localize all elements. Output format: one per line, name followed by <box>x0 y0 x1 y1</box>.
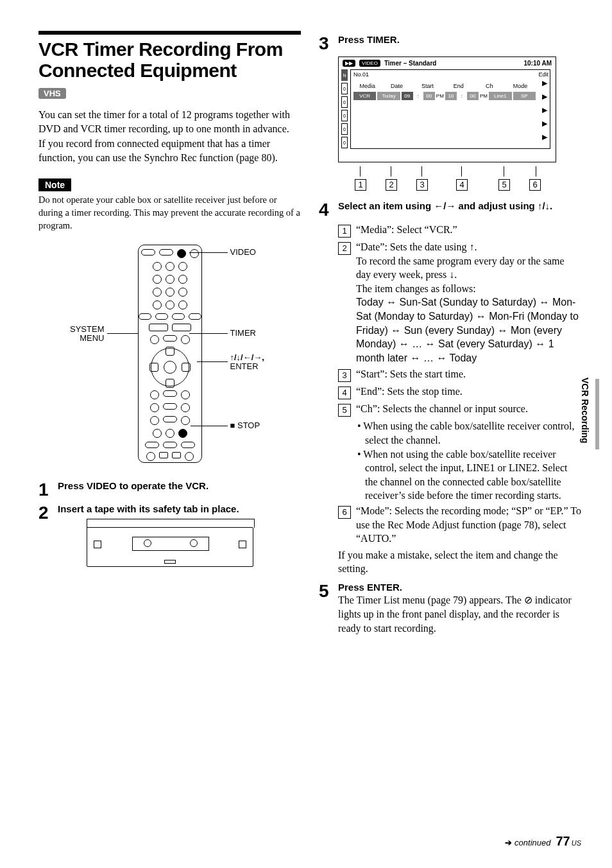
callout-6: 6 <box>529 179 541 191</box>
def-5-num: 5 <box>338 404 351 417</box>
intro-p2: If you record from connected equipment t… <box>38 137 301 164</box>
step-1-num: 1 <box>38 480 58 500</box>
osd-mode: SP <box>513 92 536 100</box>
note-text: Do not operate your cable box or satelli… <box>38 194 301 232</box>
step-5-num: 5 <box>319 581 338 636</box>
note-label: Note <box>38 178 71 191</box>
remote-diagram: VIDEO SYSTEM MENU TIMER ↑/↓/←/→, ENTER ■… <box>61 238 279 476</box>
callout-5: 5 <box>498 179 510 191</box>
side-tab: VCR Recording <box>580 378 590 444</box>
osd-media: VCR <box>353 92 376 100</box>
step-4-num: 4 <box>319 200 338 220</box>
osd-tri-icon: ▶ <box>542 79 547 87</box>
osd-sm: 00 <box>423 92 435 100</box>
def-5-b1: • When using the cable box/satellite rec… <box>357 419 581 447</box>
osd-em: 00 <box>467 92 479 100</box>
vhs-badge: VHS <box>38 88 66 99</box>
osd-screenshot: ▶▶ VIDEO Timer – Standard 10:10 AM N00 0… <box>338 56 556 162</box>
label-menu: MENU <box>70 333 105 343</box>
osd-sap: PM <box>436 92 444 100</box>
step-1: Press VIDEO to operate the VCR. <box>58 480 301 492</box>
osd-h-media: Media <box>353 83 381 89</box>
label-stop: ■ STOP <box>230 421 260 430</box>
osd-h-end: End <box>443 83 474 89</box>
osd-sc: : <box>414 92 422 100</box>
osd-h-start: Start <box>412 83 443 89</box>
def-2-num: 2 <box>338 242 351 255</box>
step-2-num: 2 <box>38 503 58 523</box>
osd-pill1: ▶▶ <box>343 60 355 67</box>
osd-ch: Line1 <box>489 92 511 100</box>
step-5: Press ENTER. <box>338 581 581 594</box>
intro-p1: You can set the timer for a total of 12 … <box>38 108 301 135</box>
continued-label: continued <box>505 838 550 847</box>
vcr-illustration <box>87 527 253 567</box>
def-2: “Date”: Sets the date using ↑. To record… <box>356 240 581 365</box>
osd-pill2: VIDEO <box>359 60 380 67</box>
callout-3: 3 <box>416 179 428 191</box>
osd-no: No.01 <box>353 71 369 78</box>
def-5-b2: • When not using the cable box/satellite… <box>357 447 581 503</box>
def-5: “Ch”: Selects the channel or input sourc… <box>356 402 581 417</box>
def-4-num: 4 <box>338 386 351 399</box>
osd-eap: PM <box>480 92 488 100</box>
osd-ec: : <box>458 92 466 100</box>
heading-rule <box>38 31 301 35</box>
def-6-num: 6 <box>338 506 351 519</box>
osd-tri-icon: ▶ <box>542 106 547 114</box>
osd-eh: 10 <box>445 92 457 100</box>
label-video: VIDEO <box>230 247 256 257</box>
page-region: US <box>572 839 581 847</box>
osd-h-mode: Mode <box>505 83 536 89</box>
osd-sh: 09 <box>402 92 413 100</box>
callout-4: 4 <box>456 179 468 191</box>
def-6: “Mode”: Selects the recording mode; “SP”… <box>356 504 581 546</box>
osd-h-date: Date <box>381 83 412 89</box>
osd-tri-icon: ▶ <box>542 92 547 101</box>
def-3-num: 3 <box>338 369 351 382</box>
step-5-body: The Timer List menu (page 79) appears. T… <box>338 593 581 635</box>
osd-tri-icon: ▶ <box>542 133 547 141</box>
callout-1: 1 <box>355 179 366 191</box>
side-tab-mark <box>595 379 599 449</box>
osd-date: Today <box>377 92 400 100</box>
page-title: VCR Timer Recording From Connected Equip… <box>38 39 301 81</box>
osd-time: 10:10 AM <box>523 60 552 67</box>
step-3-num: 3 <box>319 33 338 54</box>
label-timer: TIMER <box>230 328 256 338</box>
def-4: “End”: Sets the stop time. <box>356 385 581 399</box>
page-number: 77 <box>556 834 570 849</box>
def-1: “Media”: Select “VCR.” <box>356 223 581 238</box>
label-enter: ENTER <box>230 361 259 371</box>
step-2: Insert a tape with its safety tab in pla… <box>58 503 301 516</box>
osd-h-ch: Ch <box>474 83 505 89</box>
remote-outline <box>138 245 202 463</box>
osd-title: Timer – Standard <box>384 60 437 67</box>
step-3: Press TIMER. <box>338 33 581 46</box>
step-4: Select an item using ←/→ and adjust usin… <box>338 200 581 213</box>
label-dpad: ↑/↓/←/→, <box>230 352 264 362</box>
osd-tri-icon: ▶ <box>542 119 547 128</box>
label-system: SYSTEM <box>70 324 105 334</box>
osd-edit: Edit <box>538 71 548 78</box>
def-3: “Start”: Sets the start time. <box>356 367 581 382</box>
def-tail: If you make a mistake, select the item a… <box>338 548 581 576</box>
def-1-num: 1 <box>338 225 351 238</box>
callout-2: 2 <box>386 179 397 191</box>
